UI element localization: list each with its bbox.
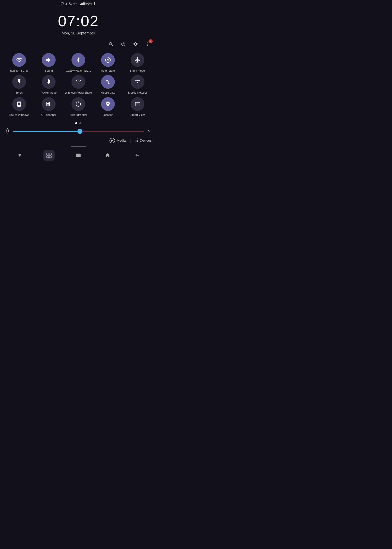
nav-bixby[interactable] (43, 150, 55, 161)
qs-icon-galaxy-watch (71, 53, 85, 67)
qs-tile-torch[interactable]: Torch (5, 75, 33, 94)
qs-label-auto-rotate: Auto rotate (101, 69, 115, 72)
devices-button[interactable]: ⠿ Devices (135, 138, 152, 143)
qs-icon-sound (42, 53, 56, 67)
qs-icon-wifi (12, 53, 26, 67)
bixby-icon (46, 153, 52, 158)
qs-tile-sound[interactable]: Sound (35, 53, 63, 72)
qs-tile-wifi[interactable]: henklbr_5GHz (5, 53, 33, 72)
nav-back-arrow[interactable]: ▼ (14, 150, 25, 161)
qs-icon-auto-rotate (101, 53, 115, 67)
qs-label-mobile-hotspot: Mobile Hotspot (128, 91, 147, 94)
qs-tile-wireless-powershare[interactable]: Wireless PowerShare (64, 75, 92, 94)
qs-icon-wireless-powershare (71, 75, 85, 89)
svg-rect-1 (49, 153, 51, 155)
qs-icon-mobile-data (101, 75, 115, 89)
qs-label-blue-light: Blue light filter (69, 113, 87, 117)
search-icon (108, 42, 114, 47)
call-icon (69, 2, 72, 5)
qs-icon-mobile-hotspot (131, 75, 144, 89)
qs-label-flight-mode: Flight mode (130, 69, 145, 72)
qs-tile-galaxy-watch[interactable]: Galaxy Watch (D2... (64, 53, 92, 72)
qs-label-galaxy-watch: Galaxy Watch (D2... (66, 69, 91, 72)
devices-icon: ⠿ (135, 138, 138, 143)
svg-rect-3 (49, 156, 51, 158)
qs-label-location: Location (103, 113, 113, 117)
qs-tile-mobile-data[interactable]: Mobile data (94, 75, 122, 94)
back-icon (135, 153, 139, 158)
brightness-icon (5, 128, 10, 135)
settings-button[interactable] (132, 40, 139, 48)
qs-label-mobile-data: Mobile data (101, 91, 115, 94)
nav-recents[interactable] (73, 150, 84, 161)
nav-back[interactable] (131, 150, 143, 161)
battery-icon (93, 2, 96, 5)
power-icon (121, 42, 126, 47)
top-actions: N (0, 38, 157, 51)
qs-icon-power-mode (42, 75, 56, 89)
page-dot-2 (79, 122, 81, 124)
media-label: Media (117, 139, 126, 142)
qs-label-link-windows: Link to Windows (9, 113, 29, 117)
svg-rect-4 (76, 154, 80, 157)
qs-tile-location[interactable]: Location (94, 97, 122, 117)
more-button[interactable]: N (144, 40, 152, 48)
brightness-slider[interactable] (13, 129, 144, 134)
status-bar: ▁▃▅▇ 92% (0, 0, 157, 7)
devices-label: Devices (140, 139, 152, 142)
settings-icon (133, 42, 138, 47)
power-button[interactable] (119, 40, 127, 48)
quick-settings-grid: henklbr_5GHzSoundGalaxy Watch (D2...Auto… (0, 51, 157, 119)
search-button[interactable] (107, 40, 115, 48)
qs-icon-smart-view (131, 97, 144, 111)
home-icon (105, 153, 111, 158)
page-dot-1 (75, 122, 77, 124)
home-indicator (71, 146, 86, 147)
clock-time: 07:02 (0, 12, 157, 30)
qs-label-sound: Sound (45, 69, 53, 72)
clock-area: 07:02 Mon, 30 September (0, 7, 157, 38)
wifi-icon (73, 2, 77, 5)
qs-icon-link-windows (12, 97, 26, 111)
qs-label-wifi: henklbr_5GHz (10, 69, 28, 72)
qs-tile-mobile-hotspot[interactable]: Mobile Hotspot (124, 75, 152, 94)
media-button[interactable]: ▶ Media (109, 138, 126, 143)
qs-tile-qr-scanner[interactable]: QR scanner (35, 97, 63, 117)
recents-icon (76, 153, 81, 158)
battery-text: 92% (86, 2, 92, 5)
qs-label-power-mode: Power mode (41, 91, 57, 94)
page-indicators (0, 122, 157, 124)
media-devices-separator: | (130, 138, 131, 143)
qs-label-wireless-powershare: Wireless PowerShare (65, 91, 92, 94)
qs-tile-blue-light[interactable]: Blue light filter (64, 97, 92, 117)
media-devices-row: ▶ Media | ⠿ Devices (0, 136, 157, 145)
alarm-icon (60, 2, 64, 5)
qs-icon-qr-scanner (42, 97, 56, 111)
qs-icon-location (101, 97, 115, 111)
qs-icon-flight-mode (131, 53, 144, 67)
qs-label-qr-scanner: QR scanner (41, 113, 56, 117)
nav-home[interactable] (102, 150, 113, 161)
bottom-nav: ▼ (0, 148, 157, 164)
status-icons: ▁▃▅▇ 92% (60, 2, 96, 5)
svg-rect-0 (47, 153, 49, 155)
clock-date: Mon, 30 September (0, 31, 157, 35)
qs-tile-power-mode[interactable]: Power mode (35, 75, 63, 94)
qs-label-torch: Torch (16, 91, 23, 94)
qs-icon-blue-light (71, 97, 85, 111)
qs-icon-torch (12, 75, 26, 89)
qs-label-smart-view: Smart View (130, 113, 145, 117)
qs-tile-flight-mode[interactable]: Flight mode (124, 53, 152, 72)
qs-tile-smart-view[interactable]: Smart View (124, 97, 152, 117)
svg-rect-2 (47, 156, 49, 158)
qs-tile-link-windows[interactable]: Link to Windows (5, 97, 33, 117)
brightness-row (0, 127, 157, 136)
bluetooth-icon (65, 2, 68, 5)
qs-tile-auto-rotate[interactable]: Auto rotate (94, 53, 122, 72)
signal-icon: ▁▃▅▇ (78, 2, 85, 5)
brightness-expand-button[interactable] (147, 129, 152, 134)
notification-badge: N (149, 39, 153, 43)
media-play-icon: ▶ (109, 138, 115, 143)
